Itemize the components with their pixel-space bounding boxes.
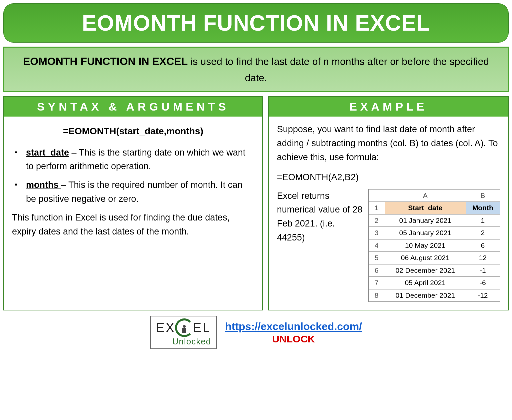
example-table: A B 1 Start_date Month 2 01 January 2021… — [368, 189, 500, 302]
intro-box: EOMONTH FUNCTION IN EXCEL is used to fin… — [3, 47, 509, 92]
cell-a: 05 April 2021 — [385, 277, 466, 289]
cell-b: -1 — [466, 264, 500, 277]
page-title: EOMONTH FUNCTION IN EXCEL — [17, 10, 495, 36]
cell-b: 6 — [466, 239, 500, 252]
arg-start-date: start_date – This is the starting date o… — [15, 146, 254, 174]
table-row: 6 02 December 2021 -1 — [368, 264, 500, 277]
intro-strong: EOMONTH FUNCTION IN EXCEL — [23, 55, 188, 67]
row-num: 5 — [368, 252, 385, 264]
footer: EX EL Unlocked https://excelunlocked.com… — [3, 316, 509, 349]
logo: EX EL Unlocked — [150, 316, 217, 349]
cell-b: 1 — [466, 214, 500, 227]
title-banner: EOMONTH FUNCTION IN EXCEL — [3, 3, 509, 43]
hdr-month: Month — [466, 202, 500, 214]
cell-b: 12 — [466, 252, 500, 264]
row-num: 1 — [368, 202, 385, 214]
argument-list: start_date – This is the starting date o… — [12, 146, 254, 206]
example-row: Excel returns numerical value of 28 Feb … — [277, 189, 500, 302]
table-row: 1 Start_date Month — [368, 202, 500, 214]
syntax-formula: =EOMONTH(start_date,months) — [12, 124, 254, 138]
keyhole-icon — [183, 325, 186, 328]
cell-b: -6 — [466, 277, 500, 289]
arg-name: start_date — [26, 148, 69, 158]
row-num: 4 — [368, 239, 385, 252]
table-row: 5 06 August 2021 12 — [368, 252, 500, 264]
syntax-body: =EOMONTH(start_date,months) start_date –… — [4, 117, 262, 246]
cell-a: 06 August 2021 — [385, 252, 466, 264]
key-icon — [182, 328, 186, 333]
syntax-heading: SYNTAX & ARGUMENTS — [4, 97, 262, 117]
table-row: 8 01 December 2021 -12 — [368, 289, 500, 302]
example-formula: =EOMONTH(A2,B2) — [277, 171, 500, 185]
syntax-note: This function in Excel is used for findi… — [12, 211, 254, 239]
cell-b: -12 — [466, 289, 500, 302]
col-a: A — [385, 189, 466, 202]
example-panel: EXAMPLE Suppose, you want to find last d… — [268, 96, 509, 310]
cell-b: 2 — [466, 227, 500, 239]
logo-ex: EX — [156, 321, 176, 335]
syntax-panel: SYNTAX & ARGUMENTS =EOMONTH(start_date,m… — [3, 96, 263, 310]
cell-a: 01 December 2021 — [385, 289, 466, 302]
col-b: B — [466, 189, 500, 202]
logo-line2: Unlocked — [156, 337, 211, 346]
table-row: 3 05 January 2021 2 — [368, 227, 500, 239]
cell-a: 10 May 2021 — [385, 239, 466, 252]
example-intro: Suppose, you want to find last date of m… — [277, 123, 500, 165]
row-num: 8 — [368, 289, 385, 302]
example-body: Suppose, you want to find last date of m… — [269, 117, 508, 310]
row-num: 7 — [368, 277, 385, 289]
cell-a: 01 January 2021 — [385, 214, 466, 227]
row-num: 2 — [368, 214, 385, 227]
footer-url[interactable]: https://excelunlocked.com/ — [225, 320, 362, 332]
table-corner — [368, 189, 385, 202]
columns: SYNTAX & ARGUMENTS =EOMONTH(start_date,m… — [3, 96, 509, 310]
table-col-row: A B — [368, 189, 500, 202]
table-row: 2 01 January 2021 1 — [368, 214, 500, 227]
row-num: 3 — [368, 227, 385, 239]
footer-unlock: UNLOCK — [225, 333, 362, 345]
example-result: Excel returns numerical value of 28 Feb … — [277, 189, 364, 245]
intro-text: is used to find the last date of n month… — [188, 56, 489, 83]
arg-name: months — [26, 180, 61, 190]
row-num: 6 — [368, 264, 385, 277]
logo-el: EL — [193, 321, 211, 335]
table-row: 7 05 April 2021 -6 — [368, 277, 500, 289]
logo-line1: EX EL — [156, 318, 211, 337]
cell-a: 05 January 2021 — [385, 227, 466, 239]
logo-c-icon — [175, 318, 194, 337]
hdr-start-date: Start_date — [385, 202, 466, 214]
footer-links: https://excelunlocked.com/ UNLOCK — [225, 320, 362, 345]
cell-a: 02 December 2021 — [385, 264, 466, 277]
table-row: 4 10 May 2021 6 — [368, 239, 500, 252]
example-heading: EXAMPLE — [269, 97, 508, 117]
arg-months: months – This is the required number of … — [15, 178, 254, 206]
